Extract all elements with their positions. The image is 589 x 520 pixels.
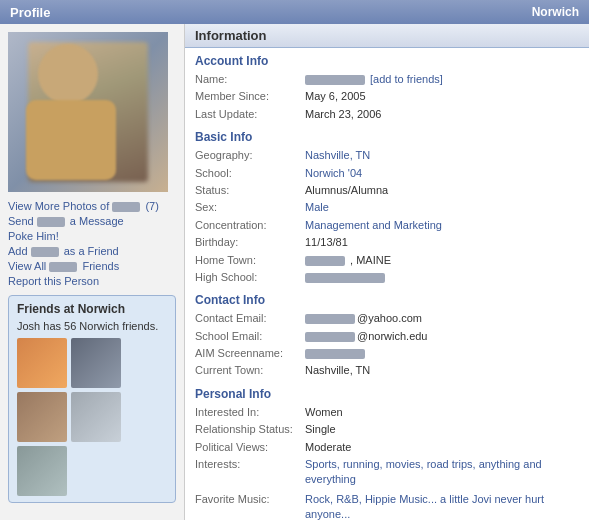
- geography-row: Geography: Nashville, TN: [195, 148, 579, 163]
- blurred-hometown: [305, 256, 345, 266]
- friend-photo-2[interactable]: [71, 338, 121, 388]
- political-row: Political Views: Moderate: [195, 440, 579, 455]
- photo-placeholder: [8, 32, 168, 192]
- last-update-value: March 23, 2006: [305, 107, 579, 122]
- relationship-row: Relationship Status: Single: [195, 422, 579, 437]
- geography-link[interactable]: Nashville, TN: [305, 149, 370, 161]
- fav-music-value: Rock, R&B, Hippie Music... a little Jovi…: [305, 492, 579, 520]
- name-label: Name:: [195, 72, 305, 87]
- main-layout: View More Photos of (7) Send a Message P…: [0, 24, 589, 520]
- page-title: Profile: [10, 5, 50, 20]
- sex-link[interactable]: Male: [305, 201, 329, 213]
- concentration-row: Concentration: Management and Marketing: [195, 218, 579, 233]
- birthday-row: Birthday: 11/13/81: [195, 235, 579, 250]
- highschool-label: High School:: [195, 270, 305, 285]
- add-friends-link[interactable]: [add to friends]: [370, 73, 443, 85]
- political-value: Moderate: [305, 440, 579, 455]
- send-message-link[interactable]: Send a Message: [8, 215, 176, 227]
- school-row: School: Norwich '04: [195, 166, 579, 181]
- basic-info-title: Basic Info: [195, 130, 579, 144]
- sidebar-links: View More Photos of (7) Send a Message P…: [8, 200, 176, 287]
- relationship-value: Single: [305, 422, 579, 437]
- birthday-label: Birthday:: [195, 235, 305, 250]
- profile-photo: [8, 32, 168, 192]
- interested-label: Interested In:: [195, 405, 305, 420]
- blurred-aim: [305, 349, 365, 359]
- sex-value: Male: [305, 200, 579, 215]
- header-location: Norwich: [532, 5, 579, 19]
- aim-row: AIM Screenname:: [195, 346, 579, 361]
- member-since-row: Member Since: May 6, 2005: [195, 89, 579, 104]
- name-row: Name: [add to friends]: [195, 72, 579, 87]
- school-label: School:: [195, 166, 305, 181]
- personal-info-title: Personal Info: [195, 387, 579, 401]
- sidebar: View More Photos of (7) Send a Message P…: [0, 24, 185, 520]
- concentration-link[interactable]: Management and Marketing: [305, 219, 442, 231]
- current-town-value: Nashville, TN: [305, 363, 579, 378]
- blurred-name-1: [112, 202, 140, 212]
- status-value: Alumnus/Alumna: [305, 183, 579, 198]
- info-header: Information: [185, 24, 589, 48]
- contact-email-value: @yahoo.com: [305, 311, 579, 326]
- fav-music-label: Favorite Music:: [195, 492, 305, 520]
- school-link[interactable]: Norwich '04: [305, 167, 362, 179]
- page-header: Profile Norwich: [0, 0, 589, 24]
- political-label: Political Views:: [195, 440, 305, 455]
- school-email-row: School Email: @norwich.edu: [195, 329, 579, 344]
- last-update-label: Last Update:: [195, 107, 305, 122]
- current-town-row: Current Town: Nashville, TN: [195, 363, 579, 378]
- geography-label: Geography:: [195, 148, 305, 163]
- concentration-value: Management and Marketing: [305, 218, 579, 233]
- school-email-label: School Email:: [195, 329, 305, 344]
- friend-photo-1[interactable]: [17, 338, 67, 388]
- friends-box: Friends at Norwich Josh has 56 Norwich f…: [8, 295, 176, 503]
- hometown-row: Home Town: , MAINE: [195, 253, 579, 268]
- add-friend-link[interactable]: Add as a Friend: [8, 245, 176, 257]
- aim-label: AIM Screenname:: [195, 346, 305, 361]
- contact-email-row: Contact Email: @yahoo.com: [195, 311, 579, 326]
- contact-email-label: Contact Email:: [195, 311, 305, 326]
- friends-box-title: Friends at Norwich: [17, 302, 167, 316]
- blurred-contact-email: [305, 314, 355, 324]
- relationship-label: Relationship Status:: [195, 422, 305, 437]
- blurred-school-email: [305, 332, 355, 342]
- interested-value: Women: [305, 405, 579, 420]
- report-person-link[interactable]: Report this Person: [8, 275, 176, 287]
- member-since-value: May 6, 2005: [305, 89, 579, 104]
- current-town-label: Current Town:: [195, 363, 305, 378]
- friend-photos: [17, 338, 167, 496]
- interests-label: Interests:: [195, 457, 305, 488]
- last-update-row: Last Update: March 23, 2006: [195, 107, 579, 122]
- hometown-value: , MAINE: [305, 253, 579, 268]
- profile-content: Information Account Info Name: [add to f…: [185, 24, 589, 520]
- blurred-highschool: [305, 273, 385, 283]
- blurred-full-name: [305, 75, 365, 85]
- friend-photo-3[interactable]: [17, 392, 67, 442]
- geography-value: Nashville, TN: [305, 148, 579, 163]
- status-row: Status: Alumnus/Alumna: [195, 183, 579, 198]
- view-all-friends-link[interactable]: View All Friends: [8, 260, 176, 272]
- blurred-name-4: [49, 262, 77, 272]
- concentration-label: Concentration:: [195, 218, 305, 233]
- hometown-label: Home Town:: [195, 253, 305, 268]
- view-photos-link[interactable]: View More Photos of (7): [8, 200, 176, 212]
- name-value: [add to friends]: [305, 72, 579, 87]
- interests-row: Interests: Sports, running, movies, road…: [195, 457, 579, 488]
- sex-row: Sex: Male: [195, 200, 579, 215]
- friend-photo-5[interactable]: [17, 446, 67, 496]
- highschool-row: High School:: [195, 270, 579, 285]
- school-value: Norwich '04: [305, 166, 579, 181]
- friends-box-text: Josh has 56 Norwich friends.: [17, 320, 167, 332]
- school-email-value: @norwich.edu: [305, 329, 579, 344]
- sex-label: Sex:: [195, 200, 305, 215]
- status-label: Status:: [195, 183, 305, 198]
- member-since-label: Member Since:: [195, 89, 305, 104]
- friend-photo-4[interactable]: [71, 392, 121, 442]
- info-body: Account Info Name: [add to friends] Memb…: [185, 48, 589, 520]
- interested-row: Interested In: Women: [195, 405, 579, 420]
- poke-link[interactable]: Poke Him!: [8, 230, 176, 242]
- account-info-title: Account Info: [195, 54, 579, 68]
- highschool-value: [305, 270, 579, 285]
- blurred-name-2: [37, 217, 65, 227]
- interests-value: Sports, running, movies, road trips, any…: [305, 457, 579, 488]
